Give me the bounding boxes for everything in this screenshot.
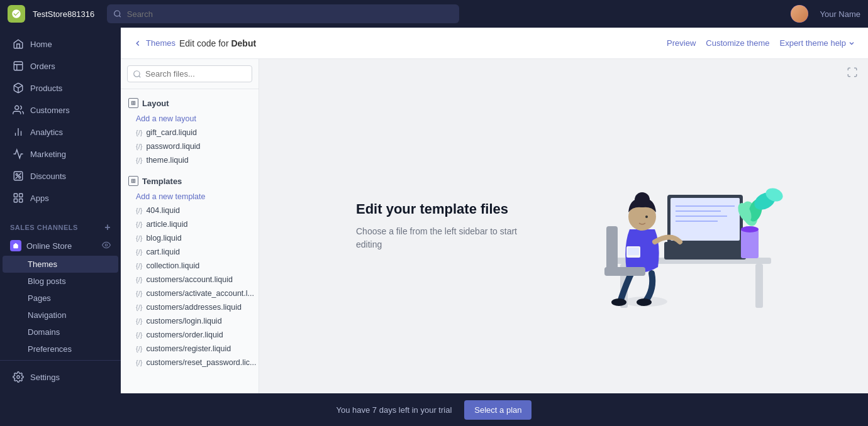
svg-point-35 xyxy=(637,298,652,306)
liquid-icon: {/} xyxy=(136,359,142,366)
svg-point-37 xyxy=(635,192,650,207)
online-store-item[interactable]: Online Store xyxy=(0,236,121,256)
theme-name: Debut xyxy=(231,38,256,48)
expand-icon[interactable] xyxy=(847,67,858,80)
file-item[interactable]: {/} password.liquid xyxy=(121,139,259,153)
top-nav: TestStore881316 Your Name xyxy=(0,0,868,28)
store-name: TestStore881316 xyxy=(33,9,94,19)
sidebar-item-marketing[interactable]: Marketing xyxy=(3,143,118,165)
online-store-icon xyxy=(10,240,21,251)
file-item[interactable]: {/} theme.liquid xyxy=(121,153,259,167)
templates-section-label: Templates xyxy=(142,177,182,186)
app-body: Home Orders Products Customers Analytics xyxy=(0,28,868,393)
sidebar-item-home[interactable]: Home xyxy=(3,33,118,55)
breadcrumb-current: Edit code for Debut xyxy=(179,38,256,48)
svg-rect-39 xyxy=(606,226,618,270)
sidebar-label-home: Home xyxy=(30,40,52,49)
avatar[interactable] xyxy=(791,5,808,23)
svg-point-3 xyxy=(15,106,19,109)
sidebar-item-analytics[interactable]: Analytics xyxy=(3,121,118,143)
add-template-link[interactable]: Add a new template xyxy=(121,190,259,204)
file-name: theme.liquid xyxy=(146,156,188,165)
file-item[interactable]: {/} customers/addresses.liquid xyxy=(121,300,259,314)
breadcrumb-bar: Themes Edit code for Debut Preview Custo… xyxy=(121,28,868,59)
sidebar-item-discounts[interactable]: Discounts xyxy=(3,165,118,187)
liquid-icon: {/} xyxy=(136,262,142,270)
file-item[interactable]: {/} collection.liquid xyxy=(121,259,259,273)
file-name: collection.liquid xyxy=(146,261,199,270)
file-name: gift_card.liquid xyxy=(146,128,197,137)
svg-rect-42 xyxy=(628,248,639,255)
sidebar-item-pages[interactable]: Pages xyxy=(0,290,121,307)
layout-section-label: Layout xyxy=(142,99,169,108)
file-name: article.liquid xyxy=(146,220,187,229)
select-plan-button[interactable]: Select a plan xyxy=(464,400,531,420)
svg-rect-13 xyxy=(19,199,23,202)
svg-rect-1 xyxy=(14,62,23,70)
search-input[interactable] xyxy=(127,9,453,19)
sidebar-item-apps[interactable]: Apps xyxy=(3,187,118,209)
sidebar-item-navigation[interactable]: Navigation xyxy=(0,307,121,324)
sidebar-item-preferences[interactable]: Preferences xyxy=(0,341,121,358)
liquid-icon: {/} xyxy=(136,207,142,214)
file-search-bar xyxy=(121,59,259,89)
file-name: cart.liquid xyxy=(146,248,180,256)
file-item[interactable]: {/} blog.liquid xyxy=(121,231,259,245)
file-name: customers/order.liquid xyxy=(146,330,223,339)
preview-link[interactable]: Preview xyxy=(667,38,696,48)
customize-theme-link[interactable]: Customize theme xyxy=(706,38,769,48)
file-item[interactable]: {/} customers/login.liquid xyxy=(121,314,259,328)
chevron-down-icon xyxy=(848,40,855,47)
svg-point-27 xyxy=(741,226,759,232)
marketing-icon xyxy=(13,148,24,160)
svg-rect-40 xyxy=(604,267,645,276)
search-bar[interactable] xyxy=(107,4,459,23)
liquid-icon: {/} xyxy=(136,234,142,242)
file-item[interactable]: {/} 404.liquid xyxy=(121,204,259,217)
file-item[interactable]: {/} customers/order.liquid xyxy=(121,328,259,342)
file-item[interactable]: {/} cart.liquid xyxy=(121,245,259,259)
sidebar-label-analytics: Analytics xyxy=(30,128,63,137)
liquid-icon: {/} xyxy=(136,129,142,136)
eye-icon[interactable] xyxy=(102,241,111,251)
add-sales-channel-button[interactable]: + xyxy=(104,222,111,233)
add-layout-link[interactable]: Add a new layout xyxy=(121,112,259,126)
orders-icon xyxy=(13,60,24,72)
expert-help-link[interactable]: Expert theme help xyxy=(779,38,855,48)
empty-editor: Edit your template files Choose a file f… xyxy=(259,59,868,393)
file-name: customers/account.liquid xyxy=(146,275,233,284)
sidebar-label-customers: Customers xyxy=(30,106,70,115)
home-icon xyxy=(13,38,24,50)
empty-editor-text: Edit your template files Choose a file f… xyxy=(356,201,532,251)
editor-area: ⊞ Layout Add a new layout {/} gift_card.… xyxy=(121,59,868,393)
sidebar-label-apps: Apps xyxy=(30,194,49,203)
file-item[interactable]: {/} customers/account.liquid xyxy=(121,273,259,287)
svg-rect-26 xyxy=(741,229,759,258)
svg-point-15 xyxy=(17,376,20,379)
sales-channels-label: SALES CHANNELS xyxy=(10,224,78,231)
liquid-icon: {/} xyxy=(136,248,142,256)
sidebar-item-orders[interactable]: Orders xyxy=(3,55,118,77)
svg-point-8 xyxy=(19,177,21,178)
svg-point-7 xyxy=(16,173,18,175)
liquid-icon: {/} xyxy=(136,317,142,325)
sidebar-nav: Home Orders Products Customers Analytics xyxy=(0,28,121,214)
sidebar-item-themes[interactable]: Themes xyxy=(3,256,118,273)
sidebar-item-domains[interactable]: Domains xyxy=(0,324,121,341)
sidebar-item-customers[interactable]: Customers xyxy=(3,99,118,121)
empty-editor-desc: Choose a file from the left sidebar to s… xyxy=(356,225,532,251)
products-icon xyxy=(13,82,24,94)
sidebar-item-products[interactable]: Products xyxy=(3,77,118,99)
sidebar-item-blog-posts[interactable]: Blog posts xyxy=(0,273,121,290)
file-item[interactable]: {/} customers/reset_password.lic... xyxy=(121,356,259,369)
liquid-icon: {/} xyxy=(136,221,142,228)
liquid-icon: {/} xyxy=(136,331,142,339)
file-item[interactable]: {/} article.liquid xyxy=(121,217,259,231)
breadcrumb-back-link[interactable]: Themes xyxy=(146,38,175,48)
file-name: customers/register.liquid xyxy=(146,344,231,353)
file-item[interactable]: {/} customers/register.liquid xyxy=(121,342,259,356)
file-item[interactable]: {/} customers/activate_account.l... xyxy=(121,287,259,300)
sidebar-item-settings[interactable]: Settings xyxy=(3,366,118,388)
file-item[interactable]: {/} gift_card.liquid xyxy=(121,126,259,139)
file-search-input[interactable] xyxy=(127,65,252,82)
